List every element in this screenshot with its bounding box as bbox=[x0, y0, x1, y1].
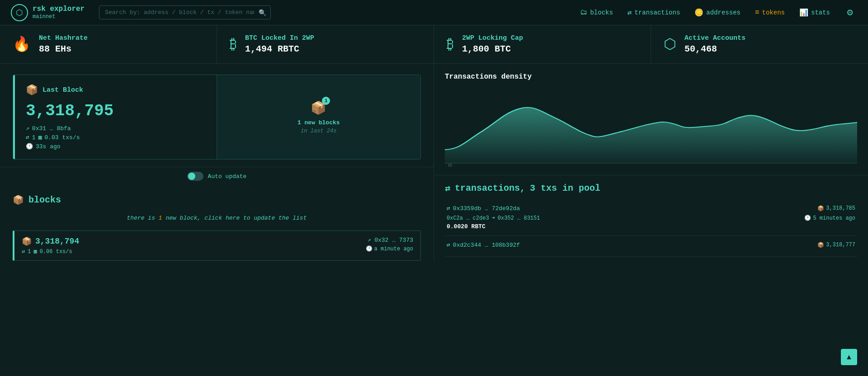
btc-locked-label: BTC Locked In 2WP bbox=[245, 34, 314, 42]
tx-hash: ⇄ 0x3359db … 72de92da bbox=[447, 205, 520, 212]
tx-middle-row: 0xC2a … c2de3 ➜ 0x352 … 83151 🕐 5 minute… bbox=[447, 215, 855, 221]
hashrate-icon: 🔥 bbox=[13, 35, 31, 53]
block-txs-rate: 0.03 txs/s bbox=[44, 134, 80, 141]
search-bar[interactable]: 🔍 bbox=[99, 5, 271, 19]
tx-time: 🕐 5 minutes ago bbox=[804, 215, 855, 221]
nav-item-stats[interactable]: 📊 stats bbox=[794, 5, 835, 20]
block-list-time: 🕐 a minute ago bbox=[219, 245, 413, 252]
hashrate-info: Net Hashrate 88 EHs bbox=[39, 34, 88, 54]
auto-update-toggle[interactable] bbox=[187, 172, 203, 181]
locking-cap-icon: ₿ bbox=[447, 36, 454, 53]
block-cube-icon: 📦 bbox=[26, 84, 38, 96]
settings-button[interactable]: ⚙ bbox=[843, 5, 857, 20]
stats-row: 🔥 Net Hashrate 88 EHs ₿ BTC Locked In 2W… bbox=[0, 25, 868, 64]
tx-value: 0.0020 RBTC bbox=[447, 223, 855, 230]
tx-from[interactable]: 0xC2a … c2de3 bbox=[447, 215, 489, 221]
clock-icon: 🕐 bbox=[26, 143, 33, 150]
block-txs-row: ⇄ 1 ▦ 0.03 txs/s bbox=[26, 134, 206, 141]
active-accounts-icon: ⬡ bbox=[664, 35, 676, 53]
scroll-up-button[interactable]: ▲ bbox=[841, 349, 857, 365]
chart-fill bbox=[445, 108, 857, 163]
auto-update-row: Auto update bbox=[0, 167, 434, 187]
btc-locked-value: 1,494 RBTC bbox=[245, 44, 314, 54]
stat-active-accounts: ⬡ Active Accounts 50,468 bbox=[651, 25, 868, 63]
tx-clock-icon: 🕐 bbox=[804, 215, 811, 221]
update-notice[interactable]: there is 1 new block, click here to upda… bbox=[13, 211, 421, 225]
search-input[interactable] bbox=[99, 5, 271, 19]
locking-cap-info: 2WP Locking Cap 1,800 BTC bbox=[462, 34, 523, 54]
logo-text: rsk explorer mainnet bbox=[33, 5, 85, 20]
stat-locking-cap: ₿ 2WP Locking Cap 1,800 BTC bbox=[434, 25, 651, 63]
new-blocks-sub: in last 24s bbox=[301, 128, 336, 134]
tx-icon: ⇄ bbox=[26, 134, 29, 141]
last-block-number[interactable]: 3,318,795 bbox=[26, 102, 206, 120]
search-icon: 🔍 bbox=[259, 9, 266, 16]
tx-icon-section: ⇄ bbox=[445, 183, 450, 194]
nav-item-tokens[interactable]: ≡ tokens bbox=[750, 6, 790, 19]
blocks-nav-icon: 🗂 bbox=[580, 8, 587, 17]
block-detail-row: ⇄ 1 ▦ 0.06 txs/s bbox=[22, 248, 216, 255]
transactions-section: ⇄ transactions, 3 txs in pool ⇄ 0x3359db… bbox=[434, 175, 868, 257]
block-time-ago: 33s ago bbox=[36, 143, 61, 150]
tx-pool-info: 3 txs in pool bbox=[530, 183, 600, 193]
table-row[interactable]: 📦 3,318,794 ⇄ 1 ▦ 0.06 txs/s ↗ 0x32 … 73… bbox=[13, 230, 421, 261]
tx-direction-icon: ➜ bbox=[492, 215, 495, 221]
tx-hash-icon: ⇄ bbox=[447, 205, 450, 212]
nav-transactions-label: transactions bbox=[635, 9, 680, 16]
new-blocks-container: 📦 1 1 new blocks in last 24s bbox=[297, 100, 340, 134]
nav-links: 🗂 blocks ⇄ transactions 🪙 addresses ≡ to… bbox=[575, 5, 857, 20]
tx-top-row: ⇄ 0x3359db … 72de92da 📦 3,318,785 bbox=[447, 205, 855, 212]
left-panel: 📦 Last Block 3,318,795 ↗ 0x31 … 8bfa ⇄ 1… bbox=[0, 64, 434, 261]
btc-locked-icon: ₿ bbox=[230, 36, 237, 53]
chart-container: 0 bbox=[445, 86, 857, 168]
block-list-txrate-icon: ▦ bbox=[33, 248, 37, 255]
btc-locked-info: BTC Locked In 2WP 1,494 RBTC bbox=[245, 34, 314, 54]
tokens-nav-icon: ≡ bbox=[755, 9, 760, 17]
block-list-hash: ↗ 0x32 … 7373 bbox=[219, 236, 413, 244]
app-name: rsk explorer bbox=[33, 5, 85, 14]
nav-item-transactions[interactable]: ⇄ transactions bbox=[622, 5, 685, 20]
auto-update-label: Auto update bbox=[208, 173, 247, 180]
nav-item-blocks[interactable]: 🗂 blocks bbox=[575, 5, 618, 19]
hashrate-value: 88 EHs bbox=[39, 44, 88, 54]
tx-section-title: ⇄ transactions, 3 txs in pool bbox=[445, 183, 857, 194]
block-hash-row: ↗ 0x31 … 8bfa bbox=[26, 125, 206, 132]
block-hash[interactable]: 0x31 … 8bfa bbox=[32, 125, 71, 132]
density-section: Transactions density bbox=[434, 64, 868, 175]
app-logo: ⬡ rsk explorer mainnet bbox=[11, 4, 85, 21]
block-list-tx-icon: ⇄ bbox=[22, 248, 25, 255]
tx-top-row-2: ⇄ 0xd2c344 … 108b392f 📦 3,318,777 bbox=[447, 241, 855, 249]
chart-zero-label: 0 bbox=[448, 163, 453, 168]
active-accounts-info: Active Accounts 50,468 bbox=[684, 34, 745, 54]
density-chart: 0 bbox=[445, 86, 857, 168]
tx-hash-2: ⇄ 0xd2c344 … 108b392f bbox=[447, 241, 520, 249]
hash-arrow-icon: ↗ bbox=[26, 125, 29, 132]
block-txs: 1 bbox=[32, 134, 36, 141]
toggle-knob bbox=[188, 173, 195, 180]
block-num-row: 📦 3,318,794 bbox=[22, 236, 216, 246]
blocks-icon: 📦 bbox=[13, 194, 24, 206]
block-time-row: 🕐 33s ago bbox=[26, 143, 206, 150]
blocks-section-title: 📦 blocks bbox=[13, 194, 421, 206]
tx-block-2: 📦 3,318,777 bbox=[817, 242, 855, 249]
block-list-item-right: ↗ 0x32 … 7373 🕐 a minute ago bbox=[219, 236, 413, 255]
tx-block: 📦 3,318,785 bbox=[817, 205, 855, 212]
network-label: mainnet bbox=[33, 14, 85, 20]
nav-item-addresses[interactable]: 🪙 addresses bbox=[689, 5, 746, 20]
tx-to[interactable]: 0x352 … 83151 bbox=[498, 215, 540, 221]
right-panel: Transactions density bbox=[434, 64, 868, 261]
new-blocks-label: 1 new blocks bbox=[297, 119, 340, 126]
blocks-section: 📦 blocks there is 1 new block, click her… bbox=[0, 187, 434, 261]
block-list-number[interactable]: 3,318,794 bbox=[35, 237, 79, 246]
transactions-nav-icon: ⇄ bbox=[627, 8, 632, 17]
nav-addresses-label: addresses bbox=[706, 9, 741, 16]
active-accounts-label: Active Accounts bbox=[684, 34, 745, 42]
list-item[interactable]: ⇄ 0x3359db … 72de92da 📦 3,318,785 0xC2a … bbox=[445, 199, 857, 236]
locking-cap-label: 2WP Locking Cap bbox=[462, 34, 523, 42]
logo-icon: ⬡ bbox=[11, 4, 28, 21]
list-item[interactable]: ⇄ 0xd2c344 … 108b392f 📦 3,318,777 bbox=[445, 236, 857, 257]
nav-stats-label: stats bbox=[811, 9, 830, 16]
navbar: ⬡ rsk explorer mainnet 🔍 🗂 blocks ⇄ tran… bbox=[0, 0, 868, 25]
addresses-nav-icon: 🪙 bbox=[694, 8, 703, 17]
txrate-icon: ▦ bbox=[38, 134, 42, 141]
